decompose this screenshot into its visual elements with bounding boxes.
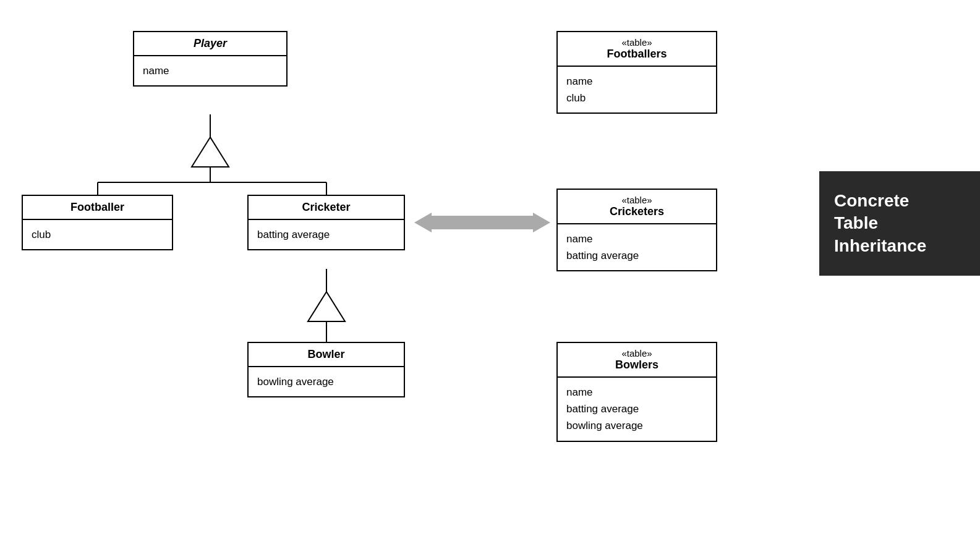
cricketers-attr-batting: batting average <box>566 247 707 264</box>
bowler-class-box: Bowler bowling average <box>247 342 405 397</box>
double-arrow <box>414 204 550 241</box>
cricketer-class-name: Cricketer <box>302 201 350 213</box>
footballer-class-box: Footballer club <box>22 195 173 250</box>
cricketers-stereotype: «table» <box>565 195 709 205</box>
footballers-stereotype: «table» <box>565 37 709 48</box>
bowlers-stereotype: «table» <box>565 348 709 359</box>
footballer-class-body: club <box>23 220 172 249</box>
player-class-body: name <box>134 56 286 85</box>
cricketers-table-header: «table» Cricketers <box>558 190 716 224</box>
diagram-container: Player name Footballer club Cricketer ba… <box>0 0 980 552</box>
footballers-table-name: Footballers <box>607 48 667 60</box>
svg-marker-10 <box>414 213 432 232</box>
footballers-attr-club: club <box>566 90 707 106</box>
svg-marker-7 <box>308 292 345 321</box>
bowlers-table-name: Bowlers <box>615 359 658 371</box>
cricketer-attr-batting: batting average <box>257 229 330 240</box>
bowler-attr-bowling: bowling average <box>257 376 334 388</box>
cricketer-class-header: Cricketer <box>249 196 404 220</box>
panel-label-line3: Inheritance <box>834 236 926 255</box>
footballer-attr-club: club <box>32 229 51 240</box>
svg-marker-1 <box>192 137 229 167</box>
bowlers-table-header: «table» Bowlers <box>558 343 716 378</box>
bowlers-attr-batting: batting average <box>566 401 707 417</box>
bowler-class-body: bowling average <box>249 367 404 396</box>
footballers-table-header: «table» Footballers <box>558 32 716 67</box>
bowlers-table-box: «table» Bowlers name batting average bow… <box>556 342 717 442</box>
footballers-table-body: name club <box>558 67 716 113</box>
player-class-header: Player <box>134 32 286 56</box>
cricketers-table-box: «table» Cricketers name batting average <box>556 189 717 271</box>
footballer-class-name: Footballer <box>70 201 124 213</box>
player-attr-name: name <box>143 65 169 77</box>
panel-label-line2: Table <box>834 213 878 232</box>
concrete-table-inheritance-panel: Concrete Table Inheritance <box>819 171 980 276</box>
cricketer-class-body: batting average <box>249 220 404 249</box>
cricketers-attr-name: name <box>566 231 707 247</box>
player-class-box: Player name <box>133 31 288 87</box>
bowler-class-name: Bowler <box>307 348 344 360</box>
bowlers-table-body: name batting average bowling average <box>558 378 716 441</box>
bowlers-attr-bowling: bowling average <box>566 417 707 434</box>
footballer-class-header: Footballer <box>23 196 172 220</box>
footballers-table-box: «table» Footballers name club <box>556 31 717 114</box>
player-class-name: Player <box>194 37 227 49</box>
footballers-attr-name: name <box>566 73 707 90</box>
cricketer-class-box: Cricketer batting average <box>247 195 405 250</box>
bowler-class-header: Bowler <box>249 343 404 367</box>
svg-marker-11 <box>533 213 550 232</box>
cricketers-table-body: name batting average <box>558 224 716 270</box>
panel-label-line1: Concrete <box>834 191 909 210</box>
cricketers-table-name: Cricketers <box>610 205 664 218</box>
bowlers-attr-name: name <box>566 384 707 401</box>
